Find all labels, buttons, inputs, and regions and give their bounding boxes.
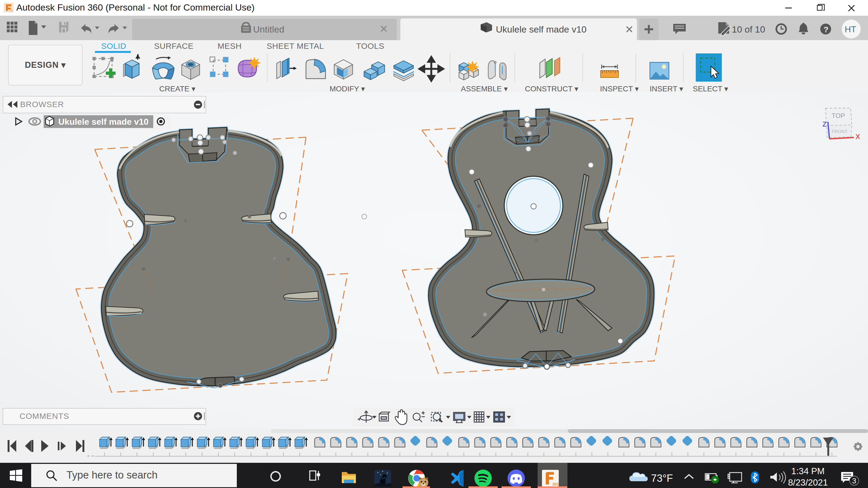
svg-text:1:34 PM: 1:34 PM (791, 466, 825, 476)
svg-text:?: ? (824, 25, 828, 34)
svg-text:10 of 10: 10 of 10 (732, 24, 765, 34)
svg-text:8/23/2021: 8/23/2021 (788, 478, 828, 487)
svg-text:3: 3 (852, 477, 856, 485)
svg-text:360: 360 (552, 482, 559, 486)
svg-text:FRONT: FRONT (832, 129, 848, 134)
svg-text:Z: Z (823, 120, 827, 128)
svg-text:X: X (856, 133, 860, 140)
svg-text:Ukulele self made v10: Ukulele self made v10 (496, 24, 587, 34)
svg-text:Ukulele self made v10: Ukulele self made v10 (58, 117, 149, 127)
svg-text:Untitled: Untitled (253, 24, 284, 34)
svg-text:HT: HT (845, 24, 856, 34)
svg-text:73°F: 73°F (651, 473, 673, 484)
svg-text:TOP: TOP (832, 112, 845, 119)
